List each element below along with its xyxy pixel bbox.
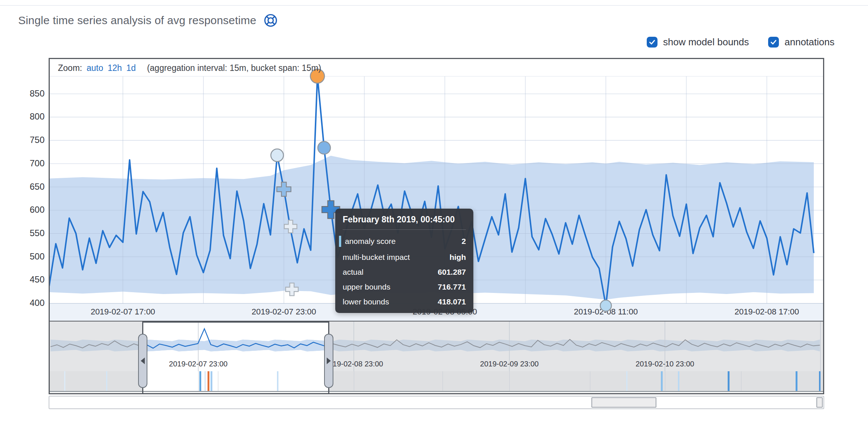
tooltip-row-value: 418.071 [438, 297, 466, 306]
swimlane-anomaly-stripe[interactable] [796, 371, 797, 391]
page-top-divider [0, 5, 868, 6]
swimlane-anomaly-stripe[interactable] [106, 371, 107, 391]
tooltip-row: actual601.287 [343, 268, 466, 277]
time-range-brush[interactable] [142, 322, 329, 394]
swimlane-anomaly-stripe[interactable] [819, 371, 820, 391]
context-axis-tick: 2019-02-09 23:00 [480, 360, 539, 368]
swimlane-anomaly-stripe[interactable] [626, 371, 627, 391]
anomaly-marker-warning[interactable] [600, 300, 611, 311]
y-axis-tick: 600 [22, 205, 45, 215]
tooltip-row-label: multi-bucket impact [343, 253, 410, 262]
anomaly-marker-minor[interactable] [318, 141, 330, 154]
chart-controls: show model bounds annotations [647, 36, 835, 48]
chevron-right-icon [327, 358, 331, 364]
tooltip-row-label: upper bounds [343, 283, 390, 291]
tooltip-row: multi-bucket impacthigh [343, 253, 466, 262]
annotations-label: annotations [784, 36, 834, 48]
checkbox-checked-icon[interactable] [647, 37, 657, 48]
zoom-link-auto[interactable]: auto [87, 63, 103, 73]
zoom-aggregation-info: (aggregation interval: 15m, bucket span:… [147, 63, 321, 73]
tooltip-row-label: lower bounds [343, 297, 389, 306]
scrollbar-end-handle[interactable] [816, 397, 823, 408]
swimlane-cell-border [443, 371, 443, 391]
zoom-link-1d[interactable]: 1d [126, 63, 136, 73]
swimlane-cell-border [665, 371, 665, 391]
annotations-checkbox[interactable]: annotations [768, 36, 834, 48]
tooltip-row-label: actual [343, 268, 363, 277]
swimlane-anomaly-stripe[interactable] [661, 371, 663, 391]
page-title: Single time series analysis of avg respo… [18, 14, 256, 27]
tooltip-header: February 8th 2019, 00:45:00 [343, 215, 466, 230]
help-icon[interactable] [264, 13, 278, 27]
severity-indicator-bar [339, 236, 341, 247]
context-axis-tick: 2019-02-10 23:00 [636, 360, 694, 368]
zoom-link-12h[interactable]: 12h [108, 63, 122, 73]
zoom-bar: Zoom:auto12h1d(aggregation interval: 15m… [58, 63, 321, 73]
swimlane-anomaly-stripe[interactable] [64, 371, 65, 391]
title-row: Single time series analysis of avg respo… [18, 13, 278, 27]
swimlane-anomaly-stripe[interactable] [728, 371, 730, 391]
tooltip-row-value: high [450, 253, 466, 262]
swimlane-anomaly-stripe[interactable] [678, 371, 679, 391]
tooltip-row-value: 601.287 [438, 268, 466, 277]
y-axis-tick: 700 [22, 158, 45, 169]
tooltip-row-value: 2 [461, 237, 466, 246]
brush-handle-left[interactable] [138, 334, 147, 388]
tooltip-row-value: 716.771 [438, 283, 466, 291]
swimlane-cell-border [820, 371, 821, 391]
scrollbar-thumb[interactable] [591, 397, 656, 408]
y-axis-tick: 400 [22, 298, 45, 308]
zoom-label: Zoom: [58, 63, 82, 73]
y-axis-tick: 850 [22, 88, 45, 99]
tooltip-row: lower bounds418.071 [343, 297, 466, 306]
brush-handle-right[interactable] [324, 334, 333, 388]
y-axis-tick: 550 [22, 228, 45, 238]
tooltip-row: upper bounds716.771 [343, 283, 466, 291]
y-axis-tick: 800 [22, 111, 45, 122]
y-axis-tick: 750 [22, 135, 45, 145]
horizontal-scrollbar[interactable] [49, 396, 824, 409]
tooltip-row: anomaly score2 [343, 236, 466, 247]
show-model-bounds-label: show model bounds [663, 36, 749, 48]
anomaly-marker-warning[interactable] [271, 149, 284, 161]
checkbox-checked-icon[interactable] [768, 37, 779, 48]
tooltip-row-label: anomaly score [343, 236, 396, 247]
anomaly-tooltip: February 8th 2019, 00:45:00 anomaly scor… [335, 209, 473, 313]
y-axis-tick: 650 [22, 182, 45, 192]
swimlane-cell-border [741, 371, 741, 391]
y-axis-tick: 500 [22, 251, 45, 262]
show-model-bounds-checkbox[interactable]: show model bounds [647, 36, 749, 48]
swimlane-cell-border [590, 371, 590, 391]
y-axis-tick: 450 [22, 274, 45, 285]
single-metric-viewer: Single time series analysis of avg respo… [0, 0, 868, 421]
chevron-left-icon [141, 358, 145, 364]
swimlane-cell-border [354, 371, 354, 391]
swimlane-cell-border [509, 371, 510, 391]
